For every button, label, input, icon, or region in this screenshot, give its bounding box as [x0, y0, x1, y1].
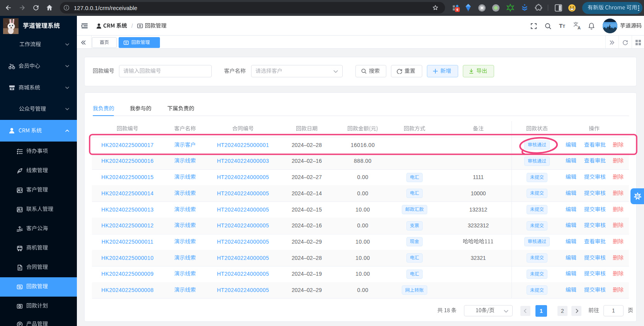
svg-text:6: 6 — [456, 8, 458, 12]
svg-text:~: ~ — [609, 24, 611, 27]
